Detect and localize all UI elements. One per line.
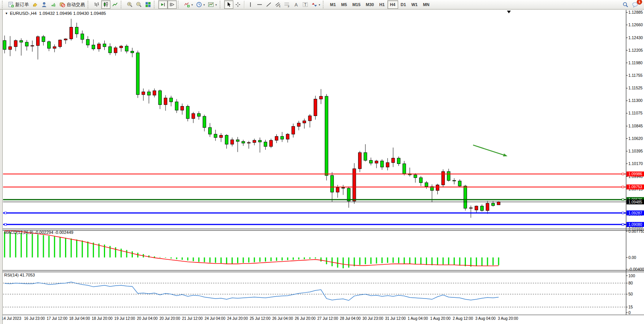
chart-bars-button[interactable] <box>92 0 101 9</box>
svg-text:24 Jul 20:00: 24 Jul 20:00 <box>227 316 248 321</box>
community-chat-button[interactable]: 1 <box>630 0 640 9</box>
candlesticks <box>3 19 500 218</box>
templates-button[interactable]: ▾ <box>206 0 218 9</box>
hline-object-1.09986[interactable] <box>3 173 626 175</box>
auto-trading-button[interactable]: 自动交易 <box>58 0 86 9</box>
tile-windows-button[interactable] <box>143 0 153 9</box>
search-button[interactable] <box>621 0 630 9</box>
toolbar-grip[interactable] <box>2 1 5 8</box>
line-handle[interactable] <box>622 212 624 214</box>
candle-body <box>264 142 267 146</box>
chart-line-button[interactable] <box>110 0 120 9</box>
macd-histogram-bar <box>54 237 55 257</box>
candle-body <box>253 140 256 143</box>
macd-histogram-bar <box>426 257 427 265</box>
trend-arrow-annotation[interactable] <box>473 145 507 156</box>
chart-shift-marker-icon[interactable] <box>507 11 511 13</box>
candle-body <box>136 53 139 95</box>
toolbar-grip[interactable] <box>121 1 124 8</box>
line-handle[interactable] <box>622 199 624 200</box>
toolbar-grip[interactable] <box>154 1 157 8</box>
line-handle[interactable] <box>622 173 624 175</box>
trendline-button[interactable] <box>264 0 273 9</box>
svg-text:1.11075: 1.11075 <box>628 111 642 115</box>
macd-histogram-bar <box>115 247 116 257</box>
line-handle[interactable] <box>5 212 6 214</box>
chart-candles-button[interactable] <box>101 0 110 9</box>
rsi-indicator-label: RSI(14) 41.7053 <box>4 273 35 277</box>
text-label-button[interactable]: T <box>301 0 310 9</box>
auto-trading-label: 自动交易 <box>67 2 85 8</box>
hline-object-1.09287[interactable] <box>3 212 626 214</box>
candle-body <box>397 158 400 164</box>
cursor-button[interactable] <box>224 0 233 9</box>
equidistant-channel-button[interactable]: E <box>273 0 282 9</box>
line-handle[interactable] <box>5 224 6 226</box>
hline-object-1.09080[interactable] <box>3 224 626 226</box>
timeframe-button-M1[interactable]: M1 <box>327 0 338 9</box>
symbol-dropdown-icon[interactable]: ▼ <box>5 12 8 15</box>
chart-shift-button[interactable] <box>167 0 177 9</box>
toolbar-grip[interactable] <box>323 1 326 8</box>
hline-object-1.09753[interactable] <box>3 186 626 188</box>
text-button[interactable]: A <box>292 0 301 9</box>
arrows-button[interactable]: ▾ <box>310 0 322 9</box>
macd-histogram-bar <box>21 233 22 257</box>
zoom-in-icon <box>127 2 133 8</box>
signals-button[interactable] <box>49 0 58 9</box>
vertical-line-button[interactable] <box>246 0 255 9</box>
template-icon <box>208 2 214 8</box>
macd-histogram-bar <box>343 257 344 268</box>
horizontal-line-button[interactable] <box>255 0 264 9</box>
timeframe-button-MN[interactable]: MN <box>420 0 432 9</box>
svg-text:1 Aug 20:00: 1 Aug 20:00 <box>430 316 451 321</box>
svg-text:0: 0 <box>628 310 631 315</box>
timeframe-button-H4[interactable]: H4 <box>387 0 398 9</box>
svg-text:1.11755: 1.11755 <box>628 73 642 78</box>
candle-body <box>75 27 78 34</box>
candle-body <box>53 47 56 48</box>
timeframe-button-W1[interactable]: W1 <box>409 0 421 9</box>
crosshair-button[interactable] <box>233 0 242 9</box>
profile-button[interactable] <box>40 0 49 9</box>
svg-text:0.00: 0.00 <box>628 255 636 260</box>
timeframe-button-M30[interactable]: M30 <box>363 0 376 9</box>
indicators-button[interactable]: ▾ <box>182 0 194 9</box>
candle-body <box>475 206 478 210</box>
auto-scroll-button[interactable] <box>158 0 167 9</box>
new-order-button[interactable]: 新订单 <box>6 0 30 9</box>
chart-canvas[interactable]: 1.128851.126601.124301.122051.119801.117… <box>0 0 644 324</box>
periods-button[interactable]: ▾ <box>194 0 207 9</box>
timeframe-button-M5[interactable]: M5 <box>338 0 349 9</box>
macd-histogram-bar <box>198 257 199 262</box>
vertical-line-icon <box>247 2 253 8</box>
toolbar-grip[interactable] <box>220 1 223 8</box>
macd-histogram-bar <box>132 251 133 257</box>
toolbar-grip[interactable] <box>178 1 181 8</box>
line-handle[interactable] <box>622 224 624 226</box>
svg-text:1.09287: 1.09287 <box>628 211 642 215</box>
zoom-out-button[interactable] <box>134 0 143 9</box>
fibonacci-button[interactable]: F <box>282 0 292 9</box>
time-axis[interactable]: 14 Jul 202316 Jul 23:0017 Jul 12:0018 Ju… <box>2 316 518 321</box>
price-axis[interactable]: 1.128851.126601.124301.122051.119801.117… <box>626 10 643 229</box>
svg-text:0.007753: 0.007753 <box>628 229 644 233</box>
candle-body <box>175 102 178 110</box>
candle-body <box>458 181 461 186</box>
svg-text:1.10395: 1.10395 <box>628 149 643 153</box>
macd-histogram-bar <box>498 257 499 265</box>
timeframe-button-M15[interactable]: M15 <box>350 0 363 9</box>
timeframe-button-H1[interactable]: H1 <box>376 0 387 9</box>
styler-button[interactable] <box>30 0 40 9</box>
macd-histogram-bar <box>165 257 166 258</box>
line-handle[interactable] <box>622 186 624 188</box>
svg-text:3 Aug 04:00: 3 Aug 04:00 <box>475 316 496 321</box>
candle-body <box>464 186 467 208</box>
zoom-in-button[interactable] <box>125 0 134 9</box>
hline-object-1.09526[interactable] <box>3 199 626 200</box>
candle-body <box>275 137 278 140</box>
candle-body <box>158 91 161 105</box>
timeframe-button-D1[interactable]: D1 <box>398 0 409 9</box>
timeframe-group: M1M5M15M30H1H4D1W1MN <box>327 0 432 9</box>
toolbar-grip[interactable] <box>88 1 91 8</box>
